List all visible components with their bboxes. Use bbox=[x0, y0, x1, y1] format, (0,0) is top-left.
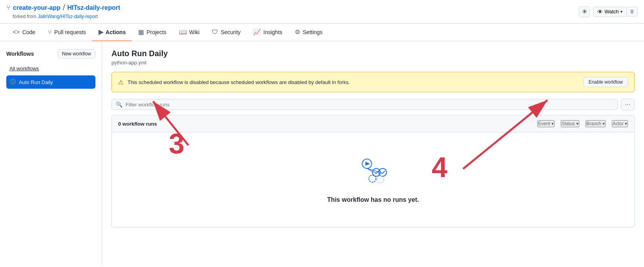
insights-icon: 📈 bbox=[253, 28, 261, 36]
tab-code[interactable]: <> Code bbox=[6, 24, 42, 41]
top-right: ✳ 👁 Watch ▾ 0 bbox=[579, 6, 638, 17]
actor-filter-label: Actor bbox=[613, 121, 624, 126]
top-bar: ⑂ create-your-app / HITsz-daily-report f… bbox=[0, 0, 644, 24]
tab-insights[interactable]: 📈 Insights bbox=[247, 24, 288, 41]
tab-security[interactable]: 🛡 Security bbox=[206, 24, 247, 41]
status-chevron-icon: ▾ bbox=[576, 121, 578, 126]
branch-chevron-icon: ▾ bbox=[602, 121, 605, 126]
tab-security-label: Security bbox=[221, 29, 241, 35]
branch-filter-label: Branch bbox=[586, 121, 601, 126]
title-separator: / bbox=[63, 3, 65, 12]
projects-icon: ▦ bbox=[138, 28, 144, 36]
workflow-name: Auto Run Daily bbox=[111, 49, 635, 58]
warning-content: ⚠ This scheduled workflow is disabled be… bbox=[118, 79, 350, 86]
eye-icon: 👁 bbox=[597, 9, 603, 15]
enable-workflow-button[interactable]: Enable workflow bbox=[584, 77, 628, 87]
sidebar-header: Workflows New workflow bbox=[6, 49, 95, 59]
chevron-down-icon: ▾ bbox=[620, 9, 622, 14]
tab-actions-label: Actions bbox=[106, 29, 126, 35]
runs-filters: Event ▾ Status ▾ Branch ▾ Actor bbox=[537, 120, 628, 127]
branch-filter-button[interactable]: Branch ▾ bbox=[586, 120, 606, 127]
workflow-file: python-app.yml bbox=[111, 60, 635, 66]
runs-header: 0 workflow runs Event ▾ Status ▾ Branch bbox=[112, 115, 634, 132]
repo-title: ⑂ create-your-app / HITsz-daily-report bbox=[6, 3, 120, 12]
svg-point-4 bbox=[369, 175, 376, 182]
empty-state-text: This workflow has no runs yet. bbox=[327, 196, 419, 203]
security-icon: 🛡 bbox=[212, 29, 218, 36]
warning-icon: ⚠ bbox=[118, 79, 124, 86]
runs-table: 0 workflow runs Event ▾ Status ▾ Branch bbox=[111, 115, 635, 227]
status-filter-label: Status bbox=[562, 121, 575, 126]
wiki-icon: 📖 bbox=[179, 28, 187, 36]
workflow-warning-icon: ⓘ bbox=[10, 79, 16, 86]
watch-button[interactable]: 👁 Watch ▾ bbox=[593, 7, 626, 17]
warning-message: This scheduled workflow is disabled beca… bbox=[128, 79, 350, 85]
repo-owner-link[interactable]: create-your-app bbox=[13, 4, 60, 11]
pr-icon: ⑂ bbox=[48, 29, 52, 36]
all-workflows-link[interactable]: All workflows bbox=[6, 63, 95, 74]
tab-pr-label: Pull requests bbox=[54, 29, 86, 35]
main-content: Auto Run Daily python-app.yml ⚠ This sch… bbox=[102, 41, 644, 265]
fork-text: forked from JalinWang/HITsz-daily-report bbox=[6, 13, 120, 20]
tab-wiki[interactable]: 📖 Wiki bbox=[173, 24, 206, 41]
tab-wiki-label: Wiki bbox=[189, 29, 199, 35]
filter-bar: 🔍 ··· bbox=[111, 99, 635, 110]
event-filter-label: Event bbox=[538, 121, 550, 126]
workflow-empty-icon bbox=[358, 156, 389, 188]
search-icon: 🔍 bbox=[116, 101, 122, 108]
watch-label: Watch bbox=[604, 9, 618, 15]
star-icon-button[interactable]: ✳ bbox=[579, 6, 590, 17]
actor-filter-button[interactable]: Actor ▾ bbox=[612, 120, 628, 127]
fork-source-link[interactable]: JalinWang/HITsz-daily-report bbox=[38, 14, 98, 19]
tab-insights-label: Insights bbox=[263, 29, 282, 35]
repo-fork-icon: ⑂ bbox=[6, 4, 11, 12]
filter-input-wrap[interactable]: 🔍 bbox=[111, 99, 618, 110]
repo-name-link[interactable]: HITsz-daily-report bbox=[67, 4, 120, 11]
svg-marker-1 bbox=[365, 162, 370, 166]
watch-count: 0 bbox=[627, 7, 638, 16]
event-filter-button[interactable]: Event ▾ bbox=[537, 120, 555, 127]
tab-settings-label: Settings bbox=[303, 29, 323, 35]
code-icon: <> bbox=[13, 29, 20, 36]
actor-chevron-icon: ▾ bbox=[625, 121, 627, 126]
workflow-item-label: Auto Run Daily bbox=[19, 79, 53, 85]
actions-icon: ▶ bbox=[99, 28, 103, 36]
settings-icon: ⚙ bbox=[295, 28, 300, 36]
status-filter-button[interactable]: Status ▾ bbox=[561, 120, 579, 127]
warning-banner: ⚠ This scheduled workflow is disabled be… bbox=[111, 72, 635, 92]
page-wrapper: ⑂ create-your-app / HITsz-daily-report f… bbox=[0, 0, 644, 267]
nav-tabs: <> Code ⑂ Pull requests ▶ Actions ▦ Proj… bbox=[0, 24, 644, 41]
workflow-illustration bbox=[358, 156, 389, 187]
sidebar-title: Workflows bbox=[6, 51, 34, 57]
new-workflow-button[interactable]: New workflow bbox=[58, 49, 95, 59]
tab-pull-requests[interactable]: ⑂ Pull requests bbox=[42, 24, 92, 41]
empty-state: This workflow has no runs yet. bbox=[112, 132, 634, 227]
tab-settings[interactable]: ⚙ Settings bbox=[288, 24, 329, 41]
tab-projects-label: Projects bbox=[146, 29, 166, 35]
sidebar: Workflows New workflow All workflows ⓘ A… bbox=[0, 41, 102, 265]
tab-actions[interactable]: ▶ Actions bbox=[92, 24, 132, 41]
tab-code-label: Code bbox=[22, 29, 35, 35]
main-layout: Workflows New workflow All workflows ⓘ A… bbox=[0, 41, 644, 265]
sidebar-item-auto-run-daily[interactable]: ⓘ Auto Run Daily bbox=[6, 75, 95, 89]
svg-point-5 bbox=[377, 176, 384, 183]
event-chevron-icon: ▾ bbox=[551, 121, 554, 126]
more-options-button[interactable]: ··· bbox=[621, 99, 635, 110]
runs-count: 0 workflow runs bbox=[118, 121, 157, 127]
tab-projects[interactable]: ▦ Projects bbox=[132, 24, 173, 41]
filter-input[interactable] bbox=[126, 102, 613, 108]
